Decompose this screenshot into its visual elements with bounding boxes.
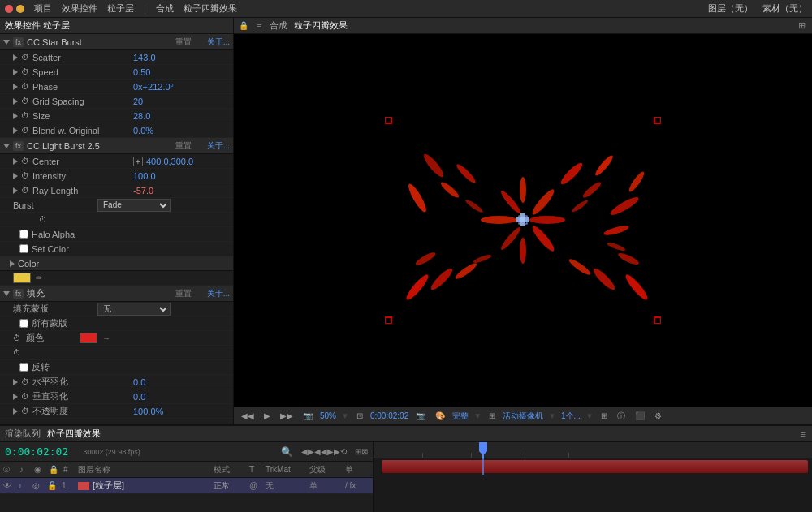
menu-layer-none[interactable]: 图层（无） [708,2,753,15]
layer-visibility-icon[interactable]: 👁 [3,481,15,490]
scatter-stopwatch[interactable]: ⏱ [21,53,29,62]
viewer-toggle-icon[interactable]: ⊞ [486,411,498,420]
viewer-transport-next[interactable]: ▶▶ [278,411,296,420]
viewer-camera-label[interactable]: 活动摄像机 [503,411,543,422]
effects-tab[interactable]: 效果控件 粒子层 [5,19,70,32]
color-swatch-yellow[interactable] [13,273,31,283]
viewer-fit-icon[interactable]: ⊡ [354,411,365,420]
viewer-tab-particle-effect[interactable]: 粒子四瓣效果 [294,19,348,32]
intensity-value[interactable]: 100.0 [133,171,156,181]
intensity-stopwatch[interactable]: ⏱ [21,171,29,180]
v-feather-stopwatch[interactable]: ⏱ [21,392,29,401]
layer-solo-icon[interactable]: ◎ [32,481,44,490]
fill-color-stopwatch[interactable]: ⏱ [13,333,21,342]
viewer-3d-icon[interactable]: ⬛ [633,411,647,420]
track-bar-1[interactable] [382,460,808,473]
cc-star-burst-name[interactable]: CC Star Burst [27,37,172,47]
speed-stopwatch[interactable]: ⏱ [21,67,29,76]
ray-length-stopwatch[interactable]: ⏱ [21,186,29,195]
timeline-tab-particle-effect[interactable]: 粒子四瓣效果 [47,428,101,440]
expand-cc-star-burst[interactable] [3,40,10,45]
invert-checkbox[interactable] [19,363,28,372]
expand-fill[interactable] [3,291,10,296]
speed-expand[interactable] [13,69,18,75]
viewer-color-icon[interactable]: 🎨 [433,411,447,420]
center-expand[interactable] [13,158,18,165]
color-section-expand[interactable] [10,260,15,267]
menu-particle-layer[interactable]: 粒子层 [107,2,134,15]
close-button[interactable] [5,5,13,13]
intensity-expand[interactable] [13,173,18,179]
viewer-snapshot-icon[interactable]: 📷 [413,411,428,420]
viewer-timecode[interactable]: 0:00:02:02 [370,411,408,420]
fill-color-arrow[interactable]: → [102,333,110,342]
opacity-value[interactable]: 100.0% [133,407,163,416]
h-feather-expand[interactable] [13,379,18,385]
blend-stopwatch[interactable]: ⏱ [21,126,29,135]
viewer-menu-icon[interactable]: ≡ [255,21,263,31]
halo-alpha-checkbox[interactable] [19,230,28,239]
layer-lock-icon[interactable]: 🔓 [47,481,58,490]
expand-cc-light-burst[interactable] [3,144,10,148]
center-stopwatch[interactable]: ⏱ [21,157,29,166]
viewer-tab-composition[interactable]: 合成 [270,19,287,32]
viewer-transport-play[interactable]: ▶ [261,411,273,420]
h-feather-stopwatch[interactable]: ⏱ [21,377,29,386]
timeline-timecode[interactable]: 0:00:02:02 [5,445,68,458]
menu-material-none[interactable]: 素材（无） [762,2,807,15]
grid-spacing-value[interactable]: 20 [133,97,143,106]
center-value[interactable]: 400.0,300.0 [146,157,193,166]
viewer-zoom-value[interactable]: 50% [320,411,336,420]
layer-mode[interactable]: 正常 [214,480,246,492]
layer-color-tag[interactable] [78,482,89,490]
phase-value[interactable]: 0x+212.0° [133,82,174,92]
layer-name[interactable]: [粒子层] [93,480,210,492]
burst-dropdown[interactable]: Fade Straight [97,199,171,212]
cc-light-burst-reset[interactable]: 重置 [175,140,192,152]
menu-effects-controls[interactable]: 效果控件 [62,2,97,15]
viewer-settings-icon[interactable]: ⚙ [652,411,664,420]
viewer-quality[interactable]: 完整 [452,411,469,422]
v-feather-value[interactable]: 0.0 [133,392,145,402]
menu-project[interactable]: 项目 [34,2,52,15]
phase-stopwatch[interactable]: ⏱ [21,82,29,91]
menu-particle-effect[interactable]: 粒子四瓣效果 [184,2,237,15]
h-feather-value[interactable]: 0.0 [133,377,145,387]
phase-expand[interactable] [13,84,18,90]
timeline-tab-render-queue[interactable]: 渲染队列 [5,428,41,440]
set-color-checkbox[interactable] [19,244,28,253]
size-stopwatch[interactable]: ⏱ [21,111,29,120]
ray-length-expand[interactable] [13,187,18,194]
ray-length-value[interactable]: -57.0 [133,186,153,196]
minimize-button[interactable] [16,5,24,13]
timeline-search-icon[interactable]: 🔍 [281,446,293,458]
size-value[interactable]: 28.0 [133,111,150,121]
cc-light-burst-about[interactable]: 关于... [207,140,230,152]
cc-star-burst-about[interactable]: 关于... [207,37,230,48]
scatter-value[interactable]: 143.0 [133,53,156,62]
viewer-transport-prev[interactable]: ◀◀ [239,411,257,420]
layer-audio-icon[interactable]: ♪ [18,481,29,490]
color-pencil-icon[interactable]: ✏ [36,273,42,282]
center-plus[interactable]: + [133,157,143,166]
v-feather-expand[interactable] [13,394,18,400]
fill-reset[interactable]: 重置 [175,288,192,299]
speed-value[interactable]: 0.50 [133,67,150,77]
fill-color-swatch[interactable] [80,333,97,343]
grid-spacing-expand[interactable] [13,98,18,105]
timeline-menu-icon[interactable]: ≡ [799,429,807,439]
opacity-expand[interactable] [13,408,18,415]
viewer-options-icon[interactable]: ⊞ [797,20,807,31]
fill-extra-stopwatch[interactable]: ⏱ [13,348,21,357]
menu-composition[interactable]: 合成 [156,2,174,15]
viewer-camera-icon[interactable]: 📷 [300,411,315,420]
cc-light-burst-name[interactable]: CC Light Burst 2.5 [27,141,172,151]
fill-mask-dropdown[interactable]: 无 [97,303,171,316]
cc-star-burst-reset[interactable]: 重置 [175,37,192,48]
scatter-expand[interactable] [13,54,18,61]
size-expand[interactable] [13,113,18,119]
all-masks-checkbox[interactable] [19,319,28,328]
fill-about[interactable]: 关于... [207,288,230,299]
blend-expand[interactable] [13,127,18,134]
burst-extra-stopwatch[interactable]: ⏱ [39,215,47,224]
